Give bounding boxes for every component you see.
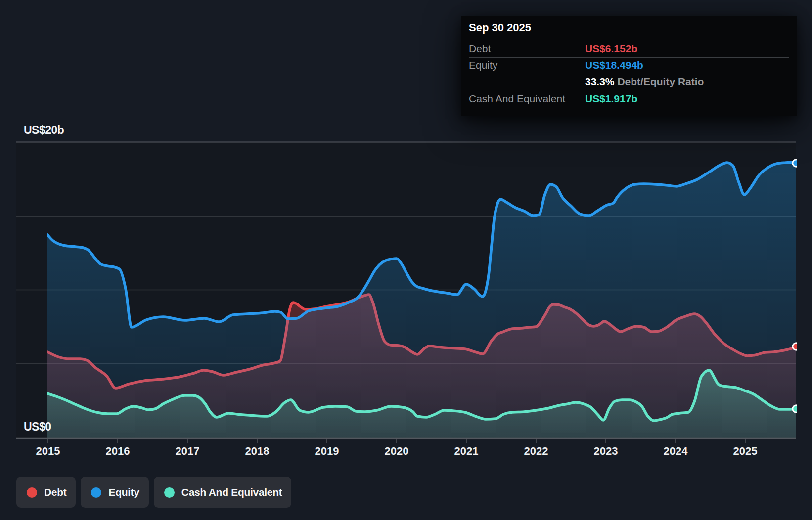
svg-text:2025: 2025: [733, 445, 758, 457]
svg-text:2018: 2018: [245, 445, 270, 457]
svg-text:2021: 2021: [454, 445, 479, 457]
svg-text:2023: 2023: [594, 445, 618, 457]
svg-text:US$20b: US$20b: [24, 124, 64, 136]
svg-text:US$0: US$0: [24, 420, 51, 433]
svg-text:2015: 2015: [36, 445, 60, 457]
svg-text:2019: 2019: [315, 445, 339, 457]
svg-text:2017: 2017: [176, 445, 200, 457]
svg-text:2022: 2022: [524, 445, 548, 457]
svg-text:2024: 2024: [664, 445, 688, 457]
svg-text:2016: 2016: [106, 445, 130, 457]
svg-text:2020: 2020: [385, 445, 409, 457]
